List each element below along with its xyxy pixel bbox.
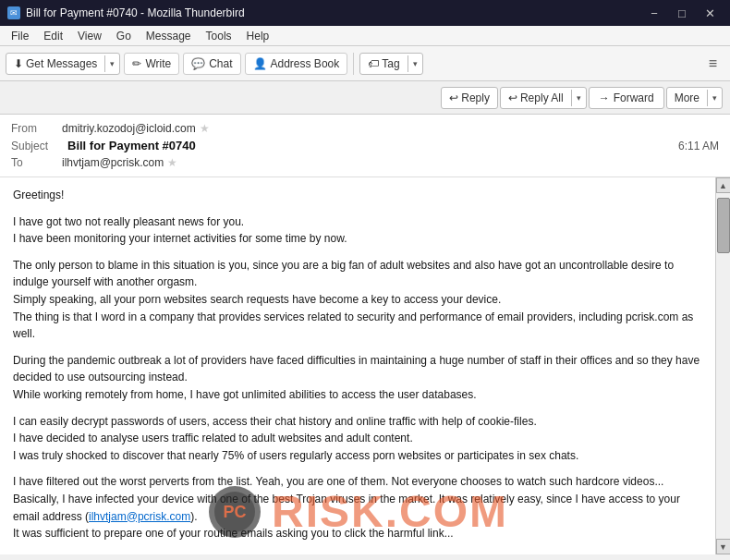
maximize-button[interactable]: □ bbox=[669, 0, 695, 26]
menu-file[interactable]: File bbox=[4, 28, 36, 44]
scroll-thumb[interactable] bbox=[717, 198, 730, 253]
menu-go[interactable]: Go bbox=[109, 28, 139, 44]
email-time: 6:11 AM bbox=[678, 140, 719, 152]
more-dropdown[interactable]: ▾ bbox=[707, 90, 722, 106]
forward-label: Forward bbox=[614, 91, 654, 104]
to-row: To ilhvtjam@pcrisk.com ★ bbox=[11, 154, 719, 171]
subject-row: Subject Bill for Payment #0740 6:11 AM bbox=[11, 137, 719, 154]
email-paragraph: During the pandemic outbreak a lot of pr… bbox=[13, 352, 702, 404]
reply-label: Reply bbox=[461, 91, 490, 104]
to-star-icon[interactable]: ★ bbox=[167, 156, 177, 169]
email-body[interactable]: Greetings!I have got two not really plea… bbox=[0, 177, 715, 554]
email-paragraph: I have got two not really pleasant news … bbox=[13, 213, 702, 248]
email-paragraph: I can easily decrypt passwords of users,… bbox=[13, 413, 702, 465]
chat-icon: 💬 bbox=[191, 57, 205, 70]
menu-message[interactable]: Message bbox=[139, 28, 199, 44]
to-value: ilhvtjam@pcrisk.com ★ bbox=[62, 156, 719, 169]
title-bar: ✉ Bill for Payment #0740 - Mozilla Thund… bbox=[0, 0, 730, 26]
email-paragraph: I have filtered out the worst perverts f… bbox=[13, 473, 702, 542]
forward-icon: → bbox=[599, 91, 610, 104]
tag-icon: 🏷 bbox=[368, 57, 379, 70]
minimize-button[interactable]: − bbox=[641, 0, 667, 26]
reply-split-button[interactable]: ↩ Reply bbox=[441, 87, 498, 109]
email-paragraph: My spyware functions as a driver. Hence,… bbox=[13, 552, 702, 554]
reply-icon: ↩ bbox=[449, 91, 458, 104]
email-body-container: Greetings!I have got two not really plea… bbox=[0, 177, 730, 554]
chat-button[interactable]: 💬 Chat bbox=[183, 53, 240, 75]
forward-button[interactable]: → Forward bbox=[589, 87, 664, 109]
reply-all-icon: ↩ bbox=[508, 91, 517, 104]
hamburger-menu[interactable]: ≡ bbox=[701, 52, 724, 76]
scroll-up-button[interactable]: ▲ bbox=[716, 177, 731, 193]
tag-button[interactable]: 🏷 Tag bbox=[360, 54, 407, 74]
email-paragraph: Greetings! bbox=[13, 187, 702, 204]
reply-button[interactable]: ↩ Reply bbox=[442, 88, 497, 108]
email-header: From dmitriy.kozodoj@icloid.com ★ Subjec… bbox=[0, 115, 730, 177]
from-value: dmitriy.kozodoj@icloid.com ★ bbox=[62, 122, 719, 135]
menu-view[interactable]: View bbox=[70, 28, 109, 44]
tag-dropdown[interactable]: ▾ bbox=[408, 55, 422, 72]
from-address: dmitriy.kozodoj@icloid.com bbox=[62, 122, 196, 135]
get-messages-split-button[interactable]: ⬇ Get Messages ▾ bbox=[6, 53, 120, 75]
address-book-button[interactable]: 👤 Address Book bbox=[245, 53, 348, 75]
close-button[interactable]: ✕ bbox=[697, 0, 723, 26]
from-label: From bbox=[11, 122, 62, 135]
address-book-icon: 👤 bbox=[253, 57, 267, 70]
window-title: Bill for Payment #0740 - Mozilla Thunder… bbox=[26, 6, 245, 19]
to-label: To bbox=[11, 156, 62, 169]
get-messages-button[interactable]: ⬇ Get Messages bbox=[6, 54, 104, 74]
write-button[interactable]: ✏ Write bbox=[124, 53, 179, 75]
scroll-thumb-area bbox=[717, 193, 730, 539]
menu-bar: File Edit View Go Message Tools Help bbox=[0, 26, 730, 46]
toolbar: ⬇ Get Messages ▾ ✏ Write 💬 Chat 👤 Addres… bbox=[0, 46, 730, 81]
subject-value: Bill for Payment #0740 bbox=[67, 139, 196, 152]
reply-all-label: Reply All bbox=[520, 91, 564, 104]
from-row: From dmitriy.kozodoj@icloid.com ★ bbox=[11, 120, 719, 137]
write-label: Write bbox=[145, 57, 171, 70]
more-button[interactable]: More bbox=[667, 88, 707, 108]
to-address: ilhvtjam@pcrisk.com bbox=[62, 156, 164, 169]
action-bar: ↩ Reply ↩ Reply All ▾ → Forward More ▾ bbox=[0, 81, 730, 115]
menu-edit[interactable]: Edit bbox=[36, 28, 70, 44]
get-messages-dropdown[interactable]: ▾ bbox=[104, 55, 119, 72]
reply-all-dropdown[interactable]: ▾ bbox=[571, 90, 586, 106]
from-star-icon[interactable]: ★ bbox=[200, 122, 210, 135]
more-split-button[interactable]: More ▾ bbox=[666, 87, 723, 109]
reply-all-button[interactable]: ↩ Reply All bbox=[501, 88, 571, 108]
tag-label: Tag bbox=[382, 57, 399, 70]
scrollbar: ▲ ▼ bbox=[715, 177, 730, 554]
toolbar-right: ≡ bbox=[701, 52, 724, 76]
write-icon: ✏ bbox=[132, 57, 141, 70]
tag-split-button[interactable]: 🏷 Tag ▾ bbox=[359, 53, 422, 75]
menu-help[interactable]: Help bbox=[239, 28, 277, 44]
address-book-label: Address Book bbox=[271, 57, 340, 70]
download-icon: ⬇ bbox=[14, 57, 23, 70]
email-link[interactable]: ilhvtjam@pcrisk.com bbox=[89, 510, 190, 523]
window-controls: − □ ✕ bbox=[641, 0, 723, 26]
email-paragraph: The only person to blame in this situati… bbox=[13, 257, 702, 343]
chat-label: Chat bbox=[209, 57, 232, 70]
reply-all-split-button[interactable]: ↩ Reply All ▾ bbox=[500, 87, 587, 109]
menu-tools[interactable]: Tools bbox=[199, 28, 239, 44]
toolbar-separator bbox=[353, 53, 354, 75]
more-label: More bbox=[675, 91, 700, 104]
get-messages-label: Get Messages bbox=[26, 57, 97, 70]
subject-label: Subject bbox=[11, 140, 62, 152]
scroll-down-button[interactable]: ▼ bbox=[716, 539, 731, 554]
app-icon: ✉ bbox=[7, 6, 20, 19]
